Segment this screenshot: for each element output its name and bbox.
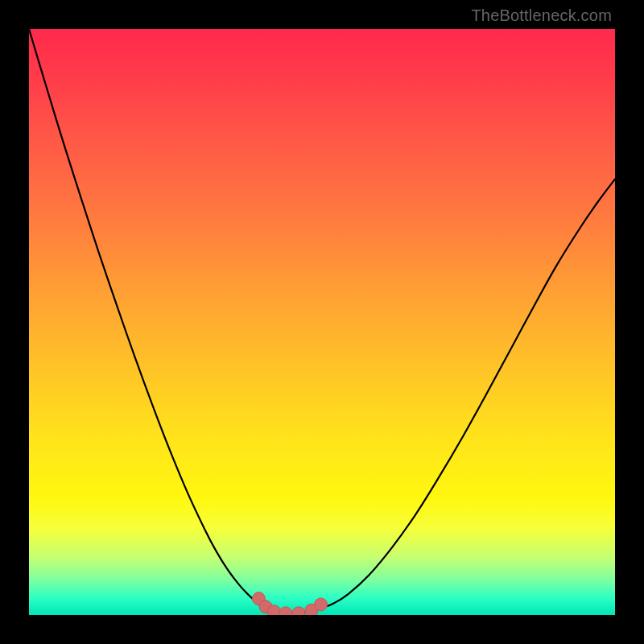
outer-frame: TheBottleneck.com	[0, 0, 644, 644]
valley-marker	[279, 607, 292, 615]
valley-marker	[315, 598, 328, 611]
bottleneck-curve	[29, 29, 615, 613]
valley-marker-group	[252, 592, 327, 615]
credit-text: TheBottleneck.com	[471, 6, 612, 25]
curve-svg	[29, 29, 615, 615]
valley-marker	[267, 605, 280, 615]
valley-marker	[292, 607, 305, 615]
plot-area	[29, 29, 615, 615]
